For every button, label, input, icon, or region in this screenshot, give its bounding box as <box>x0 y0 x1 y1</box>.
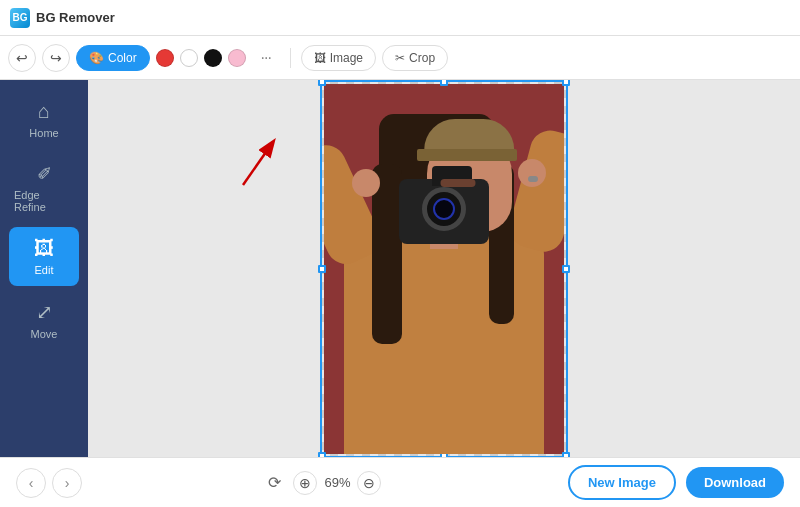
bottom-nav: ‹ › <box>16 468 82 498</box>
zoom-in-button[interactable]: ⊖ <box>357 471 381 495</box>
color-tab-label: Color <box>108 51 137 65</box>
color-swatch-pink[interactable] <box>228 49 246 67</box>
download-button[interactable]: Download <box>686 467 784 498</box>
main-content: ⌂ Home ✐ Edge Refine 🖼 Edit ⤢ Move <box>0 80 800 457</box>
color-swatch-red[interactable] <box>156 49 174 67</box>
color-swatch-black[interactable] <box>204 49 222 67</box>
prev-icon: ‹ <box>29 475 34 491</box>
redo-button[interactable]: ↪ <box>42 44 70 72</box>
photo <box>324 84 564 454</box>
crop-icon: ✂ <box>395 51 405 65</box>
color-icon: 🎨 <box>89 51 104 65</box>
bottom-actions: New Image Download <box>568 465 784 500</box>
sidebar: ⌂ Home ✐ Edge Refine 🖼 Edit ⤢ Move <box>0 80 88 457</box>
logo-icon: BG <box>10 8 30 28</box>
move-icon: ⤢ <box>36 300 53 324</box>
zoom-out-button[interactable]: ⊕ <box>293 471 317 495</box>
sidebar-item-move-label: Move <box>31 328 58 340</box>
zoom-section: ⟳ ⊕ 69% ⊖ <box>82 471 568 495</box>
toolbar-separator <box>290 48 291 68</box>
next-button[interactable]: › <box>52 468 82 498</box>
sidebar-item-home-label: Home <box>29 127 58 139</box>
sidebar-item-edit-label: Edit <box>35 264 54 276</box>
sidebar-item-move[interactable]: ⤢ Move <box>9 290 79 350</box>
svg-line-0 <box>243 142 273 185</box>
more-options-button[interactable]: ··· <box>252 44 280 72</box>
sidebar-item-edge-label: Edge Refine <box>14 189 74 213</box>
image-container[interactable] <box>322 82 566 456</box>
image-tab-label: Image <box>330 51 363 65</box>
undo-button[interactable]: ↩ <box>8 44 36 72</box>
sidebar-item-home[interactable]: ⌂ Home <box>9 90 79 149</box>
crop-tab-button[interactable]: ✂ Crop <box>382 45 448 71</box>
title-bar: BG BG Remover <box>0 0 800 36</box>
image-icon: 🖼 <box>314 51 326 65</box>
toolbar: ↩ ↪ 🎨 Color ··· 🖼 Image ✂ Crop <box>0 36 800 80</box>
crop-tab-label: Crop <box>409 51 435 65</box>
image-tab-button[interactable]: 🖼 Image <box>301 45 376 71</box>
rotate-icon[interactable]: ⟳ <box>268 473 281 492</box>
app-title: BG Remover <box>36 10 115 25</box>
home-icon: ⌂ <box>38 100 50 123</box>
zoom-level-display: 69% <box>317 475 357 490</box>
edge-refine-icon: ✐ <box>37 163 52 185</box>
color-tab-button[interactable]: 🎨 Color <box>76 45 150 71</box>
edit-icon: 🖼 <box>34 237 54 260</box>
new-image-button[interactable]: New Image <box>568 465 676 500</box>
app-logo: BG BG Remover <box>10 8 115 28</box>
canvas-area <box>88 80 800 457</box>
bottom-bar: ‹ › ⟳ ⊕ 69% ⊖ New Image Download <box>0 457 800 507</box>
prev-button[interactable]: ‹ <box>16 468 46 498</box>
next-icon: › <box>65 475 70 491</box>
color-swatch-white[interactable] <box>180 49 198 67</box>
sidebar-item-edit[interactable]: 🖼 Edit <box>9 227 79 286</box>
sidebar-item-edge-refine[interactable]: ✐ Edge Refine <box>9 153 79 223</box>
